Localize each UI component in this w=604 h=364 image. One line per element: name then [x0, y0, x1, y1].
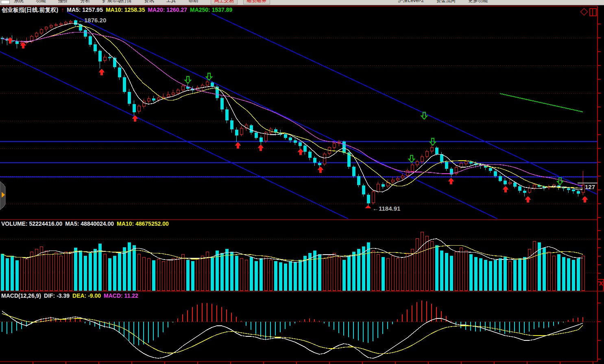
candle — [240, 128, 243, 134]
candle — [157, 98, 160, 100]
volume-bar — [533, 241, 536, 290]
candle — [367, 195, 370, 203]
candle — [572, 190, 575, 191]
candle — [299, 143, 301, 146]
legend-entry: MACD(12,26,9) — [1, 292, 41, 299]
candle — [181, 86, 184, 90]
menu-item[interactable]: 工具 — [166, 0, 176, 4]
candle — [294, 140, 297, 142]
price-ma5-line — [2, 23, 583, 192]
candle — [98, 51, 101, 61]
stock-chart-canvas[interactable] — [0, 0, 604, 364]
candle — [333, 143, 336, 148]
volume-bar — [469, 255, 472, 290]
volume-bar — [386, 259, 389, 290]
volume-bar — [494, 260, 497, 290]
menu-button-margin[interactable]: 融资融券 — [243, 0, 270, 4]
volume-bar — [523, 257, 526, 291]
menu-item[interactable]: 分析 — [80, 0, 90, 4]
volume-bar — [11, 256, 13, 290]
legend-entry: MA5: 48840024.00 — [65, 220, 114, 227]
trendline — [67, 12, 497, 219]
candle — [445, 162, 448, 169]
sidebar-expand-handle[interactable] — [0, 181, 7, 211]
volume-bar — [382, 257, 384, 291]
volume-bar — [508, 261, 511, 290]
volume-bar — [401, 257, 404, 291]
candle — [50, 25, 52, 27]
candle — [206, 82, 209, 85]
buy-signal-arrow-icon — [503, 186, 508, 192]
candle — [318, 163, 321, 165]
candle — [74, 21, 77, 24]
macd-dif-line — [2, 311, 583, 358]
trendline — [212, 13, 597, 194]
menu-item-right[interactable]: 更多功能 — [468, 0, 488, 4]
volume-bar — [162, 261, 165, 290]
candle — [289, 138, 292, 140]
candle — [313, 158, 316, 162]
volume-bar — [372, 251, 375, 290]
volume-bar — [55, 253, 57, 290]
volume-bar — [84, 256, 87, 290]
sell-signal-arrow-icon — [185, 76, 191, 83]
candle — [396, 178, 399, 180]
menu-item[interactable]: 功能 — [36, 0, 46, 4]
candle — [220, 98, 223, 109]
volume-bar — [250, 257, 253, 291]
volume-bar — [186, 260, 189, 290]
candle — [323, 154, 326, 164]
menu-item[interactable]: 扩展市场行情 — [102, 0, 132, 4]
candle — [172, 93, 174, 94]
volume-bar — [74, 248, 77, 290]
volume-bar — [445, 253, 448, 290]
candle — [40, 29, 43, 33]
menu-item-right[interactable]: 资金流向 — [436, 0, 456, 4]
volume-bar — [352, 252, 355, 290]
volume-bar — [562, 257, 565, 291]
buy-signal-arrow-icon — [258, 145, 263, 150]
candle — [469, 162, 472, 163]
candle — [513, 183, 516, 187]
buy-signal-arrow-icon — [235, 142, 240, 148]
candle — [15, 41, 18, 44]
menu-item[interactable]: 帮助 — [188, 0, 198, 4]
volume-bar — [69, 252, 72, 290]
price-pane-header: 创业板指(日线.前复权)↑MA5: 1257.95MA10: 1258.35MA… — [2, 7, 238, 14]
menu-item[interactable]: 资讯 — [144, 0, 154, 4]
candle — [430, 147, 433, 151]
candle — [255, 133, 257, 137]
volume-bar — [499, 259, 502, 290]
menu-button-trade[interactable]: 网上交易 — [211, 0, 238, 4]
volume-bar — [259, 259, 262, 290]
buy-signal-arrow-icon — [133, 116, 137, 121]
close-indicator-button[interactable]: X — [598, 280, 604, 290]
volume-bar — [557, 255, 560, 290]
volume-bar — [191, 261, 194, 290]
candle — [59, 24, 62, 24]
candle — [45, 27, 48, 29]
volume-bar — [489, 261, 492, 290]
candle — [55, 24, 57, 25]
volume-bar — [274, 261, 277, 290]
menu-item-right[interactable]: 沪深Level-2 — [398, 0, 424, 4]
menu-item[interactable]: 报价 — [58, 0, 68, 4]
volume-bar — [181, 255, 184, 290]
candle — [421, 157, 423, 161]
diamond-marker-icon[interactable] — [581, 9, 588, 15]
volume-bar — [357, 249, 360, 290]
volume-bar — [240, 259, 243, 290]
volume-bar — [289, 261, 292, 290]
candle — [64, 22, 67, 24]
candle — [391, 180, 394, 182]
volume-bar — [406, 253, 409, 290]
legend-entry: DEA: -9.00 — [72, 292, 101, 299]
candle — [425, 151, 428, 156]
volume-bar — [279, 263, 282, 290]
volume-bar — [450, 256, 453, 290]
menu-item[interactable]: 系统 — [14, 0, 24, 4]
volume-bar — [547, 252, 550, 290]
volume-bar — [342, 260, 345, 290]
candle — [533, 185, 536, 188]
candle — [523, 191, 526, 193]
